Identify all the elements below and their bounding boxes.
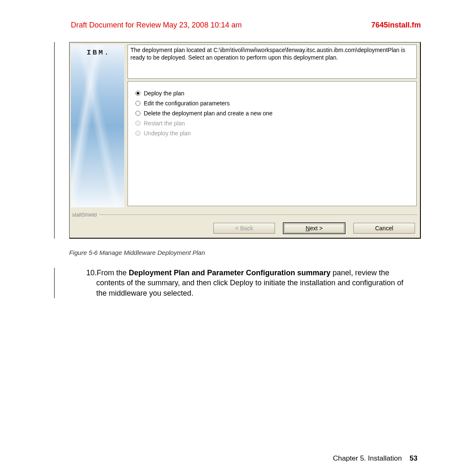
radio-icon[interactable] <box>135 101 140 106</box>
radio-label: Restart the plan <box>144 120 185 127</box>
cancel-button[interactable]: Cancel <box>353 223 415 234</box>
ibm-logo: IBM. <box>87 49 110 57</box>
radio-icon[interactable] <box>135 91 140 96</box>
radio-label: Deploy the plan <box>144 90 184 97</box>
next-button[interactable]: Next > <box>283 223 345 234</box>
options-group: Deploy the plan Edit the configuration p… <box>128 81 417 206</box>
radio-icon[interactable] <box>135 111 140 116</box>
installer-dialog: IBM. The deployment plan located at C:\i… <box>69 42 421 239</box>
draft-header: Draft Document for Review May 23, 2008 1… <box>71 21 242 30</box>
radio-deploy[interactable]: Deploy the plan <box>132 90 412 97</box>
description-text: The deployment plan located at C:\ibm\ti… <box>128 45 417 79</box>
figure-caption: Figure 5-6 Manage Middleware Deployment … <box>69 249 421 256</box>
side-panel-graphic: IBM. <box>71 45 124 207</box>
next-label: N <box>306 225 310 232</box>
radio-icon <box>135 121 140 126</box>
installshield-label: stallShield <box>70 209 420 219</box>
radio-delete[interactable]: Delete the deployment plan and create a … <box>132 110 412 117</box>
radio-undeploy: Undeploy the plan <box>132 130 412 137</box>
radio-label: Delete the deployment plan and create a … <box>144 110 272 117</box>
filename-header: 7645install.fm <box>371 21 421 30</box>
radio-label: Undeploy the plan <box>144 130 191 137</box>
back-button: < Back <box>213 223 275 234</box>
radio-icon <box>135 131 140 136</box>
footer-chapter: Chapter 5. Installation <box>333 454 402 462</box>
radio-restart: Restart the plan <box>132 120 412 127</box>
footer-page: 53 <box>410 454 418 462</box>
radio-edit[interactable]: Edit the configuration parameters <box>132 100 412 107</box>
radio-label: Edit the configuration parameters <box>144 100 230 107</box>
step-10-text: 10.From the Deployment Plan and Paramete… <box>86 268 412 298</box>
